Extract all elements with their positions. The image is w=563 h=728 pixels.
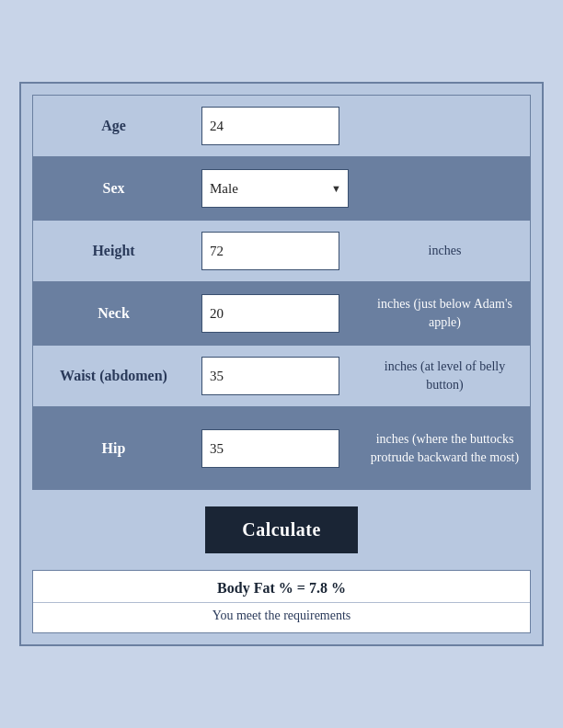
age-row: Age <box>32 95 531 157</box>
waist-label: Waist (abdomen) <box>33 358 194 393</box>
sex-select[interactable]: Male Female <box>201 169 349 208</box>
height-row: Height inches <box>32 220 531 282</box>
result-value: Body Fat % = 7.8 % <box>33 571 530 603</box>
age-label: Age <box>33 108 194 143</box>
height-input[interactable] <box>201 232 339 270</box>
waist-input[interactable] <box>201 357 339 395</box>
sex-input-cell: Male Female <box>194 160 360 217</box>
age-input-cell <box>194 97 360 154</box>
neck-input-cell <box>194 285 360 342</box>
sex-select-wrapper: Male Female <box>201 169 349 208</box>
sex-label: Sex <box>33 171 194 206</box>
sex-row: Sex Male Female <box>32 157 531 220</box>
height-label: Height <box>33 233 194 268</box>
hip-row: Hip inches (where the buttocks protrude … <box>32 407 531 490</box>
calculator-container: Age Sex Male Female Height inches Neck <box>19 82 544 646</box>
age-unit <box>360 119 530 133</box>
neck-row: Neck inches (just below Adam's apple) <box>32 282 531 345</box>
calculate-section: Calculate <box>32 490 531 570</box>
neck-unit: inches (just below Adam's apple) <box>360 288 530 338</box>
neck-input[interactable] <box>201 294 339 333</box>
calculate-button[interactable]: Calculate <box>205 506 358 553</box>
hip-unit: inches (where the buttocks protrude back… <box>360 423 530 473</box>
waist-row: Waist (abdomen) inches (at level of bell… <box>32 345 531 407</box>
hip-input[interactable] <box>201 429 339 468</box>
result-message: You meet the requirements <box>33 603 530 632</box>
waist-unit: inches (at level of belly button) <box>360 350 530 401</box>
height-unit: inches <box>360 234 530 267</box>
neck-label: Neck <box>33 296 194 331</box>
height-input-cell <box>194 222 360 279</box>
age-input[interactable] <box>201 107 339 145</box>
hip-input-cell <box>194 420 360 477</box>
sex-unit <box>360 181 530 196</box>
waist-input-cell <box>194 347 360 404</box>
hip-label: Hip <box>33 431 194 466</box>
result-section: Body Fat % = 7.8 % You meet the requirem… <box>32 570 531 633</box>
